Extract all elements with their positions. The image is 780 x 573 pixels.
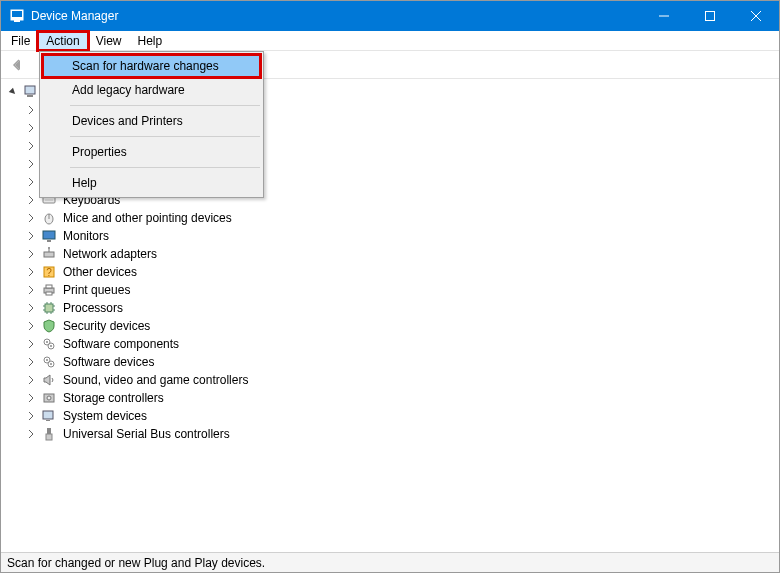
expand-toggle-icon[interactable] (25, 140, 37, 152)
svg-rect-10 (27, 95, 33, 97)
minimize-button[interactable] (641, 1, 687, 31)
menu-separator (70, 136, 260, 137)
tree-item-label: Software components (61, 337, 181, 351)
status-text: Scan for changed or new Plug and Play de… (7, 556, 265, 570)
expand-toggle-icon[interactable] (25, 122, 37, 134)
tree-item[interactable]: ?Other devices (5, 263, 779, 281)
svg-rect-59 (46, 420, 50, 421)
svg-point-50 (46, 341, 48, 343)
tree-item[interactable]: Network adapters (5, 245, 779, 263)
tree-item-label: Security devices (61, 319, 152, 333)
tree-item[interactable]: Software devices (5, 353, 779, 371)
expand-toggle-icon[interactable] (25, 266, 37, 278)
menu-separator (70, 167, 260, 168)
tree-item[interactable]: Print queues (5, 281, 779, 299)
svg-point-55 (50, 363, 52, 365)
titlebar: Device Manager (1, 1, 779, 31)
menu-item-help[interactable]: Help (42, 171, 261, 195)
svg-rect-61 (46, 434, 52, 440)
expand-toggle-icon[interactable] (25, 356, 37, 368)
tree-item[interactable]: Sound, video and game controllers (5, 371, 779, 389)
svg-point-24 (48, 200, 49, 201)
tree-item-label: Mice and other pointing devices (61, 211, 234, 225)
expand-toggle-icon[interactable] (25, 212, 37, 224)
close-button[interactable] (733, 1, 779, 31)
tree-item[interactable]: System devices (5, 407, 779, 425)
tree-item-label: Print queues (61, 283, 132, 297)
svg-rect-37 (46, 285, 52, 288)
expand-toggle-icon[interactable] (25, 428, 37, 440)
computer-icon (23, 84, 39, 100)
system-icon (41, 408, 57, 424)
menu-file[interactable]: File (3, 32, 38, 50)
expand-toggle-icon[interactable] (25, 374, 37, 386)
svg-rect-38 (46, 292, 52, 295)
menu-item-add-legacy-hardware[interactable]: Add legacy hardware (42, 78, 261, 102)
svg-rect-2 (14, 20, 20, 22)
cpu-icon (41, 300, 57, 316)
svg-rect-1 (12, 11, 22, 17)
expand-toggle-icon[interactable] (25, 176, 37, 188)
tree-item[interactable]: Monitors (5, 227, 779, 245)
menu-help[interactable]: Help (130, 32, 171, 50)
svg-text:?: ? (46, 267, 52, 278)
svg-rect-39 (45, 304, 53, 312)
expand-toggle-icon[interactable] (7, 86, 19, 98)
tree-item-label: Other devices (61, 265, 139, 279)
svg-rect-30 (47, 240, 51, 242)
software-icon (41, 336, 57, 352)
window-title: Device Manager (31, 9, 118, 23)
menu-separator (70, 105, 260, 106)
svg-rect-58 (43, 411, 53, 419)
statusbar: Scan for changed or new Plug and Play de… (1, 552, 779, 572)
expand-toggle-icon[interactable] (25, 158, 37, 170)
tree-item[interactable]: Processors (5, 299, 779, 317)
svg-point-23 (46, 200, 47, 201)
mouse-icon (41, 210, 57, 226)
tree-item[interactable]: Storage controllers (5, 389, 779, 407)
menubar: FileActionViewHelp (1, 31, 779, 51)
tree-item[interactable]: Security devices (5, 317, 779, 335)
svg-rect-4 (706, 12, 715, 21)
network-icon (41, 246, 57, 262)
svg-point-33 (48, 247, 50, 249)
svg-point-25 (50, 200, 51, 201)
expand-toggle-icon[interactable] (25, 410, 37, 422)
expand-toggle-icon[interactable] (25, 392, 37, 404)
expand-toggle-icon[interactable] (25, 104, 37, 116)
menu-action[interactable]: Action (38, 32, 87, 50)
expand-toggle-icon[interactable] (25, 230, 37, 242)
menu-item-properties[interactable]: Properties (42, 140, 261, 164)
expand-toggle-icon[interactable] (25, 194, 37, 206)
software-icon (41, 354, 57, 370)
tree-item-label: Sound, video and game controllers (61, 373, 250, 387)
menu-item-scan-for-hardware-changes[interactable]: Scan for hardware changes (42, 54, 261, 78)
svg-point-26 (52, 200, 53, 201)
expand-toggle-icon[interactable] (25, 338, 37, 350)
device-manager-window: Device Manager FileActionViewHelp Scan f… (0, 0, 780, 573)
security-icon (41, 318, 57, 334)
tree-item-label: Processors (61, 301, 125, 315)
tree-item-label: Storage controllers (61, 391, 166, 405)
tree-item[interactable]: Mice and other pointing devices (5, 209, 779, 227)
expand-toggle-icon[interactable] (25, 248, 37, 260)
menu-item-devices-and-printers[interactable]: Devices and Printers (42, 109, 261, 133)
expand-toggle-icon[interactable] (25, 320, 37, 332)
usb-icon (41, 426, 57, 442)
svg-point-51 (50, 345, 52, 347)
maximize-button[interactable] (687, 1, 733, 31)
tree-item-label: Software devices (61, 355, 156, 369)
menu-view[interactable]: View (88, 32, 130, 50)
tree-item[interactable]: Software components (5, 335, 779, 353)
expand-toggle-icon[interactable] (25, 302, 37, 314)
back-button[interactable] (5, 53, 29, 77)
storage-icon (41, 390, 57, 406)
monitor-icon (41, 228, 57, 244)
tree-item[interactable]: Universal Serial Bus controllers (5, 425, 779, 443)
svg-rect-29 (43, 231, 55, 239)
svg-rect-9 (25, 86, 35, 94)
tree-item-label: Universal Serial Bus controllers (61, 427, 232, 441)
expand-toggle-icon[interactable] (25, 284, 37, 296)
action-menu-dropdown: Scan for hardware changesAdd legacy hard… (39, 51, 264, 198)
print-icon (41, 282, 57, 298)
